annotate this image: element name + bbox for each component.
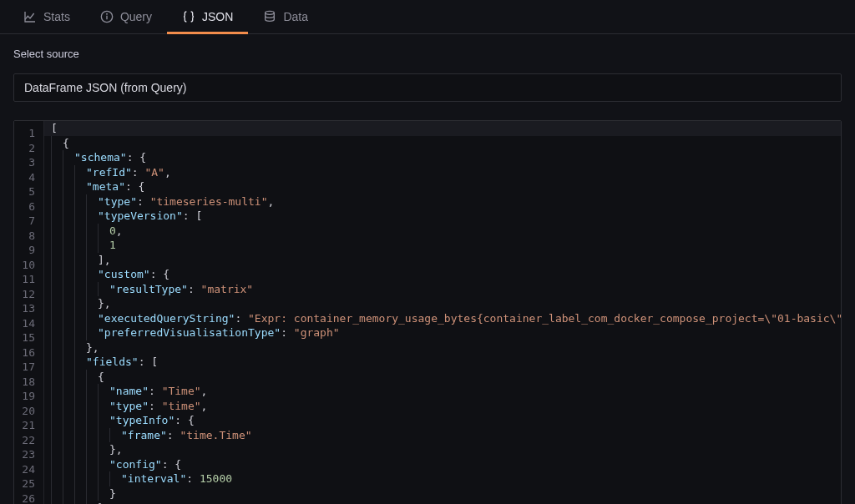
tab-label: Query	[120, 10, 152, 23]
database-icon	[263, 10, 276, 23]
svg-point-3	[266, 11, 275, 14]
source-label: Select source	[13, 48, 842, 60]
tab-query[interactable]: Query	[85, 0, 167, 33]
source-select[interactable]: DataFrame JSON (from Query)	[13, 73, 842, 102]
svg-point-2	[107, 13, 108, 14]
tab-label: Data	[283, 10, 308, 23]
code-area[interactable]: [{"schema": {"refId": "A","meta": {"type…	[44, 121, 841, 504]
tab-stats[interactable]: Stats	[8, 0, 85, 33]
line-gutter: 1234567891011121314151617181920212223242…	[14, 121, 44, 504]
chart-line-icon	[23, 10, 37, 23]
json-editor[interactable]: 1234567891011121314151617181920212223242…	[13, 120, 842, 504]
tabs-bar: Stats Query JSON Data	[0, 0, 855, 34]
tab-label: JSON	[202, 10, 233, 23]
tab-label: Stats	[43, 10, 70, 23]
tab-json[interactable]: JSON	[167, 0, 248, 33]
tab-data[interactable]: Data	[248, 0, 323, 33]
braces-icon	[182, 10, 195, 23]
info-icon	[100, 10, 114, 23]
source-select-value: DataFrame JSON (from Query)	[24, 81, 186, 94]
